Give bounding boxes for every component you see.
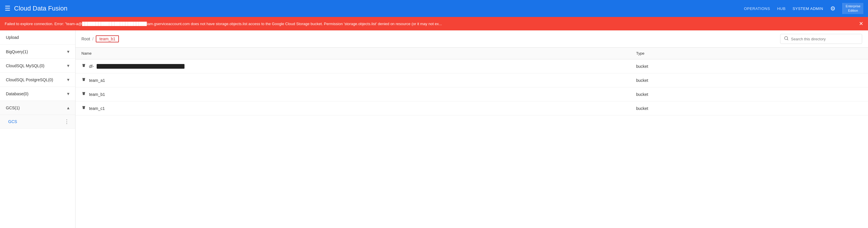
file-type: bucket [630, 59, 868, 73]
name-cell: team_b1 [82, 91, 624, 97]
error-close-button[interactable]: ✕ [859, 21, 863, 27]
file-name-redacted [97, 64, 185, 69]
search-box [780, 34, 862, 44]
file-type: bucket [630, 102, 868, 115]
svg-line-1 [787, 39, 788, 40]
header-left: ☰ Cloud Data Fusion [5, 5, 67, 12]
gcs-sub-label: GCS [8, 119, 17, 124]
table-row[interactable]: df- bucket [75, 59, 868, 73]
col-header-name: Name [75, 48, 630, 59]
table-row[interactable]: team_b1 bucket [75, 87, 868, 102]
name-cell: team_c1 [82, 106, 624, 111]
sidebar-item-gcs-label: GCS(1) [6, 106, 20, 110]
content-toolbar: Root / team_b1 [75, 30, 868, 48]
upload-label: Upload [6, 35, 19, 40]
breadcrumb-current[interactable]: team_b1 [96, 35, 119, 42]
bucket-icon [82, 64, 86, 69]
bucket-icon [82, 106, 86, 111]
file-name-prefix: df- [89, 64, 94, 69]
nav-operations[interactable]: OPERATIONS [744, 6, 770, 11]
error-banner: Failed to explore connection. Error: "te… [0, 17, 868, 30]
sidebar-item-cloudsql-mysql-label: CloudSQL MySQL(0) [6, 64, 44, 68]
breadcrumb: Root / team_b1 [82, 35, 119, 42]
name-cell: team_a1 [82, 77, 624, 83]
sidebar-item-gcs[interactable]: GCS(1) ▴ [0, 101, 75, 115]
sidebar: Upload BigQuery(1) ▾ CloudSQL MySQL(0) ▾… [0, 30, 75, 228]
app-header: ☰ Cloud Data Fusion OPERATIONS HUB SYSTE… [0, 0, 868, 17]
app-title: Cloud Data Fusion [14, 5, 67, 12]
edition-line1: Enterprise [846, 4, 860, 8]
sidebar-item-database[interactable]: Database(0) ▾ [0, 87, 75, 101]
table-header: Name Type [75, 48, 868, 59]
hamburger-icon[interactable]: ☰ [5, 5, 10, 12]
file-name: team_c1 [89, 106, 105, 111]
search-icon [784, 36, 788, 42]
sidebar-item-cloudsql-pg-label: CloudSQL PostgreSQL(0) [6, 77, 53, 82]
file-table: Name Type [75, 48, 868, 115]
nav-system-admin[interactable]: SYSTEM ADMIN [793, 6, 823, 11]
edition-line2: Edition [846, 8, 860, 13]
breadcrumb-root[interactable]: Root [82, 37, 90, 41]
sidebar-item-cloudsql-mysql[interactable]: CloudSQL MySQL(0) ▾ [0, 59, 75, 73]
edition-badge: Enterprise Edition [842, 3, 863, 14]
nav-hub[interactable]: HUB [777, 6, 786, 11]
sidebar-item-bigquery[interactable]: BigQuery(1) ▾ [0, 45, 75, 59]
table-row[interactable]: team_a1 bucket [75, 73, 868, 87]
more-options-icon[interactable]: ⋮ [64, 118, 69, 125]
table-row[interactable]: team_c1 bucket [75, 102, 868, 115]
search-input[interactable] [791, 37, 858, 41]
header-right: OPERATIONS HUB SYSTEM ADMIN ⚙ Enterprise… [744, 3, 863, 14]
sidebar-item-database-label: Database(0) [6, 91, 28, 96]
chevron-down-icon: ▾ [67, 91, 69, 97]
file-name: team_a1 [89, 78, 105, 83]
sidebar-sub-item-gcs[interactable]: GCS ⋮ [0, 115, 75, 128]
name-cell: df- [82, 64, 624, 69]
table-body: df- bucket [75, 59, 868, 115]
chevron-down-icon: ▾ [67, 77, 69, 82]
error-text: Failed to explore connection. Error: "te… [5, 22, 856, 26]
sidebar-item-cloudsql-pg[interactable]: CloudSQL PostgreSQL(0) ▾ [0, 73, 75, 87]
chevron-up-icon: ▴ [67, 105, 69, 111]
content-area: Root / team_b1 Name Type [75, 30, 868, 228]
chevron-down-icon: ▾ [67, 49, 69, 54]
file-name: team_b1 [89, 92, 105, 97]
file-table-container: Name Type [75, 48, 868, 228]
gear-icon[interactable]: ⚙ [830, 5, 836, 12]
breadcrumb-separator: / [93, 37, 94, 41]
chevron-down-icon: ▾ [67, 63, 69, 68]
sidebar-item-upload[interactable]: Upload [0, 30, 75, 45]
bucket-icon [82, 77, 86, 83]
file-type: bucket [630, 87, 868, 102]
bucket-icon [82, 91, 86, 97]
file-type: bucket [630, 73, 868, 87]
sidebar-item-bigquery-label: BigQuery(1) [6, 49, 28, 54]
col-header-type: Type [630, 48, 868, 59]
main-layout: Upload BigQuery(1) ▾ CloudSQL MySQL(0) ▾… [0, 30, 868, 228]
